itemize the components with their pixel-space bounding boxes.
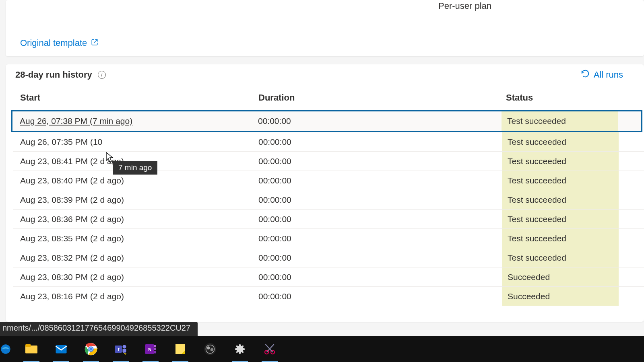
cell-status: Test succeeded (502, 152, 644, 171)
browser-status-bar: nments/.../08586031217765469904926855322… (0, 322, 198, 336)
table-row[interactable]: Aug 23, 08:30 PM (2 d ago)00:00:00Succee… (13, 267, 644, 286)
col-header-start[interactable]: Start (13, 93, 258, 103)
svg-point-23 (207, 346, 210, 350)
taskbar-obs-icon[interactable] (200, 339, 220, 359)
refresh-icon (581, 69, 590, 80)
taskbar-snip-icon[interactable] (260, 339, 279, 359)
table-row[interactable]: Aug 23, 08:39 PM (2 d ago)00:00:00Test s… (13, 190, 644, 209)
taskbar-chrome-icon[interactable] (81, 339, 101, 359)
cell-duration: 00:00:00 (258, 292, 502, 301)
col-header-status[interactable]: Status (502, 93, 644, 103)
cell-duration: 00:00:00 (258, 137, 502, 147)
info-icon[interactable]: i (98, 71, 106, 79)
taskbar: T! N (0, 336, 644, 362)
cell-status: Test succeeded (502, 132, 644, 151)
cell-start[interactable]: Aug 23, 08:30 PM (2 d ago) (13, 272, 258, 282)
status-badge: Test succeeded (502, 248, 619, 267)
table-row[interactable]: Aug 23, 08:32 PM (2 d ago)00:00:00Test s… (13, 248, 644, 267)
cell-status: Succeeded (502, 287, 644, 306)
cell-start[interactable]: Aug 23, 08:35 PM (2 d ago) (13, 234, 258, 243)
svg-line-28 (266, 344, 273, 352)
cell-duration: 00:00:00 (258, 253, 502, 263)
cell-status: Succeeded (502, 267, 644, 286)
cell-duration: 00:00:00 (258, 195, 502, 205)
svg-rect-17 (154, 348, 156, 350)
table-body: Aug 26, 07:38 PM (7 min ago)00:00:00Test… (13, 110, 644, 306)
taskbar-settings-icon[interactable] (230, 339, 250, 359)
all-runs-label: All runs (594, 70, 623, 80)
run-history-title: 28-day run history (15, 70, 92, 80)
svg-rect-16 (154, 345, 156, 348)
original-template-link[interactable]: Original template (20, 38, 98, 48)
cell-duration: 00:00:00 (258, 116, 502, 126)
table-row[interactable]: Aug 26, 07:35 PM (1000:00:00Test succeed… (13, 132, 644, 151)
status-badge: Test succeeded (502, 229, 619, 248)
plan-label: Per-user plan (438, 1, 491, 11)
all-runs-link[interactable]: All runs (581, 69, 623, 80)
cell-duration: 00:00:00 (258, 272, 502, 282)
table-row[interactable]: Aug 23, 08:16 PM (2 d ago)00:00:00Succee… (13, 286, 644, 306)
table-row[interactable]: Aug 23, 08:41 PM (2 d ago)00:00:00Test s… (13, 151, 644, 171)
svg-text:T: T (117, 347, 120, 352)
taskbar-edge-icon[interactable] (0, 339, 11, 359)
cell-start[interactable]: Aug 23, 08:16 PM (2 d ago) (13, 292, 258, 301)
status-badge: Succeeded (502, 287, 619, 306)
table-row[interactable]: Aug 23, 08:36 PM (2 d ago)00:00:00Test s… (13, 209, 644, 228)
table-header: Start Duration Status (13, 93, 644, 110)
run-history-header: 28-day run history i All runs (6, 64, 644, 85)
cell-start[interactable]: Aug 23, 08:32 PM (2 d ago) (13, 253, 258, 263)
cell-start[interactable]: Aug 23, 08:40 PM (2 d ago) (13, 176, 258, 185)
taskbar-teams-icon[interactable]: T! (111, 339, 130, 359)
status-badge: Test succeeded (502, 210, 619, 228)
cell-status: Test succeeded (502, 229, 644, 248)
taskbar-onenote-icon[interactable]: N (141, 339, 160, 359)
svg-rect-3 (56, 345, 67, 354)
table-row[interactable]: Aug 23, 08:40 PM (2 d ago)00:00:00Test s… (13, 171, 644, 190)
svg-rect-2 (25, 344, 31, 347)
tooltip: 7 min ago (113, 161, 157, 175)
table-row[interactable]: Aug 26, 07:38 PM (7 min ago)00:00:00Test… (11, 110, 642, 132)
open-in-new-icon (91, 38, 98, 48)
cell-status: Test succeeded (502, 111, 641, 131)
status-badge: Test succeeded (502, 190, 619, 209)
cell-duration: 00:00:00 (258, 156, 502, 166)
cell-duration: 00:00:00 (258, 214, 502, 224)
svg-rect-18 (154, 351, 156, 354)
status-badge: Test succeeded (502, 171, 619, 190)
original-template-label: Original template (20, 38, 87, 48)
svg-point-24 (211, 348, 214, 352)
top-card: Per-user plan Original template (6, 0, 644, 56)
status-badge: Succeeded (502, 267, 619, 286)
cell-start[interactable]: Aug 26, 07:38 PM (7 min ago) (12, 116, 258, 126)
cell-duration: 00:00:00 (258, 234, 502, 243)
cell-status: Test succeeded (502, 248, 644, 267)
table-row[interactable]: Aug 23, 08:35 PM (2 d ago)00:00:00Test s… (13, 228, 644, 248)
taskbar-sticky-notes-icon[interactable] (171, 339, 190, 359)
cell-start[interactable]: Aug 23, 08:36 PM (2 d ago) (13, 214, 258, 224)
status-badge: Test succeeded (502, 152, 619, 171)
cell-start[interactable]: Aug 26, 07:35 PM (10 (13, 137, 258, 147)
cell-status: Test succeeded (502, 190, 644, 209)
cell-status: Test succeeded (502, 171, 644, 190)
status-badge: Test succeeded (502, 132, 619, 151)
taskbar-file-explorer-icon[interactable] (22, 339, 41, 359)
col-header-duration[interactable]: Duration (258, 93, 502, 103)
svg-line-27 (267, 344, 274, 352)
run-history-table: Start Duration Status Aug 26, 07:38 PM (… (13, 93, 644, 306)
cell-status: Test succeeded (502, 210, 644, 228)
svg-point-8 (89, 348, 93, 351)
cell-duration: 00:00:00 (258, 176, 502, 185)
svg-text:N: N (148, 347, 151, 352)
run-history-card: 28-day run history i All runs Start Dura… (6, 64, 644, 322)
taskbar-mail-icon[interactable] (52, 339, 71, 359)
cell-start[interactable]: Aug 23, 08:39 PM (2 d ago) (13, 195, 258, 205)
svg-point-11 (123, 345, 126, 349)
status-badge: Test succeeded (502, 111, 618, 131)
